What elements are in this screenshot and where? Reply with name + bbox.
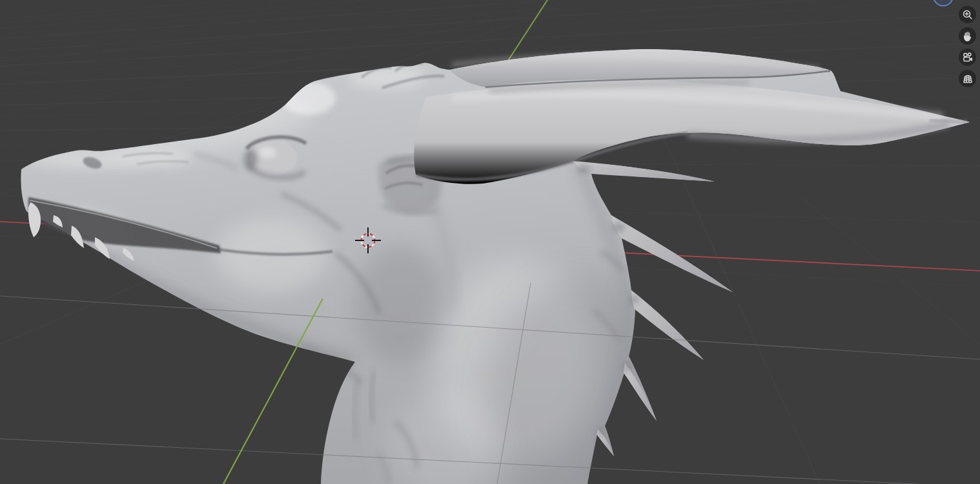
hand-icon: [962, 30, 974, 42]
move-view-button[interactable]: [959, 27, 976, 45]
viewport-toolbar: [959, 6, 976, 87]
perspective-grid-icon: [962, 73, 974, 85]
viewport-canvas[interactable]: [0, 0, 980, 484]
toggle-projection-button[interactable]: [959, 70, 976, 87]
camera-icon: [962, 52, 974, 63]
3d-viewport[interactable]: [0, 0, 980, 484]
zoom-button[interactable]: [959, 6, 976, 23]
magnifier-plus-icon: [962, 9, 974, 21]
camera-view-button[interactable]: [959, 48, 976, 66]
